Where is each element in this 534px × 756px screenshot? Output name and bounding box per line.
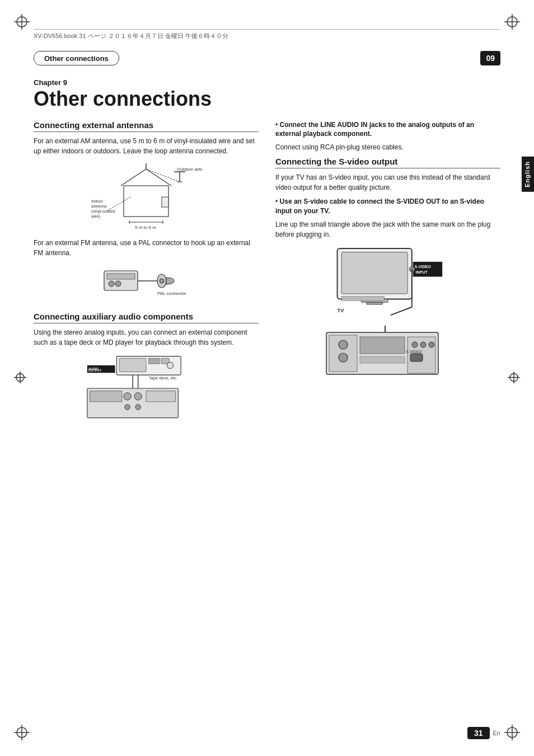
svg-rect-55 [90, 391, 122, 401]
bullet-bold-audio: Connect the LINE AUDIO IN jacks to the a… [275, 121, 474, 138]
svg-rect-25 [162, 197, 168, 207]
svg-rect-78 [360, 356, 405, 363]
header-title-section: Other connections [34, 51, 119, 65]
svg-text:TV: TV [338, 307, 345, 313]
svg-rect-83 [410, 354, 423, 361]
reg-mark-bottom-right [504, 725, 520, 742]
header-bar: Other connections 09 [34, 50, 500, 66]
english-tab: English [522, 157, 534, 192]
svg-rect-36 [107, 274, 135, 279]
svg-rect-62 [341, 252, 407, 293]
svg-point-38 [115, 281, 121, 287]
antenna-svg: Outdoor antenna Indoor antenna (vinyl-co… [90, 161, 202, 233]
body-text-audio: Using the stereo analog inputs, you can … [34, 327, 259, 348]
svg-rect-64 [367, 302, 383, 304]
svg-point-47 [167, 362, 173, 368]
svg-text:PAL connector: PAL connector [157, 291, 186, 296]
pal-diagram: PAL connector [101, 262, 191, 307]
svg-point-80 [412, 342, 418, 348]
body-text-antennas-1: For an external AM antenna, use 5 m to 6… [34, 136, 259, 156]
svideo-unit-svg: S-VIDEO [324, 321, 452, 386]
audio-svg: AUDIO OUTPUT Tape deck, etc. [85, 352, 208, 425]
svg-point-81 [420, 342, 426, 348]
svg-point-56 [124, 392, 131, 400]
header-title: Other connections [44, 54, 109, 63]
reg-mark-bottom-left [14, 725, 30, 742]
svg-text:OUTPUT: OUTPUT [88, 369, 102, 372]
left-column: Connecting external antennas For an exte… [34, 120, 259, 429]
svg-point-41 [160, 279, 164, 283]
pal-svg: PAL connector [101, 262, 191, 307]
chapter-main-title: Other connections [34, 88, 500, 110]
page-number: 31 [467, 727, 490, 739]
body-text-svideo: If your TV has an S-video input, you can… [275, 172, 500, 192]
reg-mark-top-left [14, 14, 30, 31]
reg-mark-mid-left [14, 371, 26, 385]
page-en-label: En [493, 730, 500, 736]
meta-text: XV-DV656.book 31 ページ ２０１６年４月７日 金曜日 午後６時４… [34, 32, 228, 39]
svg-point-59 [125, 404, 130, 410]
svg-text:antenna: antenna [91, 204, 107, 209]
chapter-badge: 09 [480, 51, 500, 65]
svg-point-75 [339, 340, 348, 349]
svg-text:5 m to 6 m: 5 m to 6 m [135, 225, 156, 230]
bullet-svideo: • Use an S-video cable to connect the S-… [275, 197, 500, 216]
svg-rect-44 [119, 358, 146, 372]
section-heading-audio: Connecting auxiliary audio components [34, 312, 259, 323]
reg-mark-top-right [504, 14, 520, 31]
svg-point-76 [339, 353, 348, 362]
section-heading-svideo: Connecting the S-video output [275, 157, 500, 168]
svg-line-72 [391, 307, 412, 315]
svg-point-57 [134, 392, 142, 400]
audio-diagram: AUDIO OUTPUT Tape deck, etc. [85, 352, 208, 425]
body-text-svideo-tip: Line up the small triangle above the jac… [275, 219, 500, 240]
section-heading-antennas: Connecting external antennas [34, 120, 259, 132]
body-text-rca: Connect using RCA pin-plug stereo cables… [275, 142, 500, 152]
svg-text:wire): wire) [91, 214, 101, 219]
svg-rect-69 [341, 296, 384, 300]
svideo-tv-diagram: S-VIDEO INPUT TV [332, 244, 444, 317]
svg-text:Tape deck, etc.: Tape deck, etc. [149, 375, 177, 380]
svideo-unit-diagram: S-VIDEO [324, 321, 452, 383]
svg-rect-77 [360, 337, 405, 354]
svg-text:S-VIDEO: S-VIDEO [415, 265, 432, 269]
bullet-bold-svideo: Use an S-video cable to connect the S-VI… [275, 198, 484, 215]
svg-text:Indoor: Indoor [91, 199, 104, 204]
bullet-line-audio: • Connect the LINE AUDIO IN jacks to the… [275, 120, 500, 139]
two-col-layout: Connecting external antennas For an exte… [34, 120, 500, 429]
reg-mark-mid-right [508, 371, 520, 385]
antenna-diagram: Outdoor antenna Indoor antenna (vinyl-co… [90, 161, 202, 233]
right-column: • Connect the LINE AUDIO IN jacks to the… [275, 120, 500, 429]
page-footer: 31 En [467, 727, 500, 739]
svg-point-60 [135, 404, 141, 410]
header-meta: XV-DV656.book 31 ページ ２０１６年４月７日 金曜日 午後６時４… [34, 29, 500, 40]
svg-text:Outdoor antenna: Outdoor antenna [177, 167, 202, 172]
svg-text:(vinyl-coated: (vinyl-coated [91, 209, 115, 214]
content-area: Chapter 9 Other connections Connecting e… [34, 73, 500, 711]
svg-text:S-VIDEO: S-VIDEO [406, 350, 422, 354]
svg-rect-58 [146, 391, 176, 401]
svg-point-37 [109, 281, 114, 287]
chapter-label: Chapter 9 [34, 78, 500, 87]
svg-text:INPUT: INPUT [416, 270, 428, 275]
body-text-antennas-2: For an external FM antenna, use a PAL co… [34, 238, 259, 258]
svg-point-82 [429, 342, 434, 348]
svg-rect-45 [149, 358, 160, 364]
svideo-tv-svg: S-VIDEO INPUT TV [332, 244, 444, 320]
